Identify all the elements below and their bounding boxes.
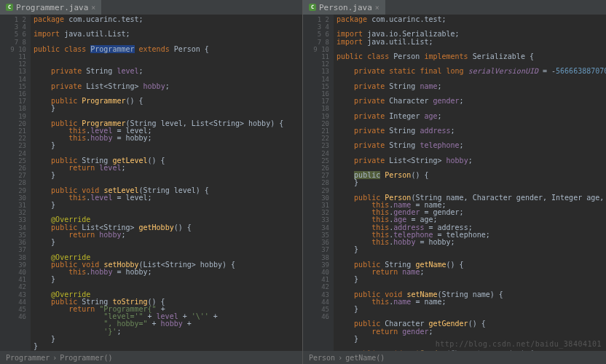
tab-label: Programmer.java	[16, 3, 88, 12]
code-left[interactable]: package com.ucarinc.test; import java.ut…	[31, 15, 302, 351]
chevron-right-icon: ›	[52, 354, 57, 362]
tab-bar-right: C Person.java ×	[303, 0, 606, 15]
tab-programmer[interactable]: C Programmer.java ×	[0, 0, 101, 15]
code-right[interactable]: package com.ucarinc.test; import java.io…	[334, 15, 606, 351]
breadcrumb-item[interactable]: Programmer()	[60, 354, 112, 362]
breadcrumb-item[interactable]: Person	[309, 354, 335, 362]
code-area-left[interactable]: 1 2 3 4 5 6 7 8 9 10 11 12 13 14 15 16 1…	[0, 15, 302, 351]
close-icon[interactable]: ×	[375, 4, 379, 12]
breadcrumb-left[interactable]: Programmer › Programmer()	[0, 351, 302, 364]
tab-label: Person.java	[319, 3, 372, 12]
gutter-icons-right	[303, 15, 310, 351]
close-icon[interactable]: ×	[91, 4, 95, 12]
line-gutter-left: 1 2 3 4 5 6 7 8 9 10 11 12 13 14 15 16 1…	[7, 15, 31, 351]
breadcrumb-right[interactable]: Person › getName()	[303, 351, 606, 364]
line-gutter-right: 1 2 3 4 5 6 7 8 9 10 11 12 13 14 15 16 1…	[310, 15, 334, 351]
watermark: http://blog.csdn.net/baidu_38404101	[436, 340, 602, 348]
tab-bar-left: C Programmer.java ×	[0, 0, 302, 15]
tab-person[interactable]: C Person.java ×	[303, 0, 385, 15]
breadcrumb-item[interactable]: Programmer	[6, 354, 50, 362]
right-editor-pane: C Person.java × 1 2 3 4 5 6 7 8 9 10 11 …	[303, 0, 606, 364]
java-file-icon: C	[309, 4, 316, 11]
java-file-icon: C	[6, 4, 13, 11]
breadcrumb-item[interactable]: getName()	[345, 354, 385, 362]
gutter-icons-left	[0, 15, 7, 351]
chevron-right-icon: ›	[338, 354, 342, 362]
split-editor: C Programmer.java × 1 2 3 4 5 6 7 8 9 10…	[0, 0, 606, 364]
left-editor-pane: C Programmer.java × 1 2 3 4 5 6 7 8 9 10…	[0, 0, 303, 364]
code-area-right[interactable]: 1 2 3 4 5 6 7 8 9 10 11 12 13 14 15 16 1…	[303, 15, 606, 351]
